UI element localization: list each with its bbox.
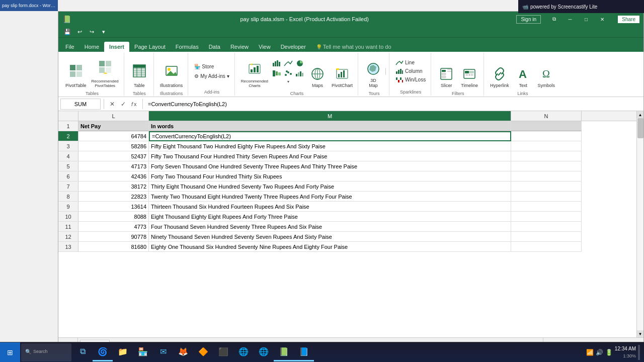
taskbar-firefox[interactable]: 🦊: [173, 343, 193, 361]
col-header-L[interactable]: L: [78, 111, 149, 121]
cell-N6[interactable]: [511, 171, 582, 182]
cell-N7[interactable]: [511, 182, 582, 192]
tray-show-desktop[interactable]: [638, 345, 640, 360]
taskbar-search[interactable]: 🔍 Search: [21, 343, 71, 361]
cell-L5[interactable]: 47173: [78, 161, 149, 171]
cell-N5[interactable]: [511, 161, 582, 171]
col-header-N[interactable]: N: [511, 111, 582, 121]
cell-L12[interactable]: 90778: [78, 232, 149, 242]
cell-M11[interactable]: Four Thousand Seven Hundred Seventy Thre…: [149, 222, 511, 232]
cell-L2[interactable]: 64784: [78, 131, 149, 141]
my-addins-button[interactable]: ⚙ My Add-ins ▾: [192, 72, 231, 80]
taskbar-vlc[interactable]: 🔶: [193, 343, 213, 361]
undo-qa-button[interactable]: ↩: [74, 27, 85, 37]
cell-L10[interactable]: 8088: [78, 212, 149, 222]
header-net-pay[interactable]: Net Pay: [78, 121, 149, 131]
header-in-words[interactable]: In words: [149, 121, 511, 131]
cell-L8[interactable]: 22823: [78, 192, 149, 202]
cell-N4[interactable]: [511, 151, 582, 161]
text-button[interactable]: A Text: [512, 54, 534, 89]
sparkline-column-button[interactable]: Column: [393, 67, 428, 75]
recommended-pivot-button[interactable]: ⭐ RecommendedPivotTables: [90, 54, 121, 89]
tab-insert[interactable]: Insert: [104, 42, 129, 52]
col-header-M[interactable]: M: [149, 111, 511, 121]
cell-M9[interactable]: Thirteen Thousand Six Hundred Fourteen R…: [149, 202, 511, 212]
cell-L9[interactable]: 13614: [78, 202, 149, 212]
signin-button[interactable]: Sign in: [516, 15, 541, 24]
pivot-chart-button[interactable]: PivotChart: [330, 54, 355, 89]
hierarchy-chart-button[interactable]: [271, 69, 282, 79]
cell-M5[interactable]: Forty Seven Thousand One Hundred Seventy…: [149, 161, 511, 171]
bar-chart-button[interactable]: [271, 59, 282, 69]
cell-N2[interactable]: [511, 131, 582, 141]
cell-M3[interactable]: Fifty Eight Thousand Two Hundred Eighty …: [149, 141, 511, 151]
taskbar-store[interactable]: 🏪: [133, 343, 153, 361]
cell-L3[interactable]: 58286: [78, 141, 149, 151]
tray-battery[interactable]: 🔋: [605, 349, 613, 356]
vertical-scrollbar[interactable]: ▲ ▼: [636, 111, 643, 337]
cell-N3[interactable]: [511, 141, 582, 151]
cell-L13[interactable]: 81680: [78, 242, 149, 252]
insert-function-button[interactable]: f x: [129, 99, 139, 109]
tab-formulas[interactable]: Formulas: [171, 42, 204, 52]
redo-qa-button[interactable]: ↪: [87, 27, 97, 37]
cell-L6[interactable]: 42436: [78, 171, 149, 182]
cell-N12[interactable]: [511, 232, 582, 242]
share-button[interactable]: Share: [618, 16, 639, 23]
symbols-button[interactable]: Ω Symbols: [535, 54, 557, 89]
scroll-down-button[interactable]: ▼: [637, 330, 644, 337]
taskbar-chrome1[interactable]: 🌐: [233, 343, 254, 361]
taskbar-edge[interactable]: 🌀: [93, 343, 113, 361]
chart-expand-btn[interactable]: ▾: [271, 79, 305, 84]
header-n[interactable]: [511, 121, 582, 131]
cell-M4[interactable]: Fifty Two Thousand Four Hundred Thirty S…: [149, 151, 511, 161]
cell-M12[interactable]: Ninety Thousand Seven Hundred Seventy Se…: [149, 232, 511, 242]
illustrations-button[interactable]: Illustrations: [158, 54, 185, 89]
restore-down-btn[interactable]: ⧉: [547, 14, 561, 25]
tray-network[interactable]: 📶: [586, 349, 594, 356]
waterfall-chart-button[interactable]: [294, 69, 305, 79]
save-qa-button[interactable]: 💾: [62, 27, 72, 37]
confirm-formula-button[interactable]: ✓: [118, 99, 128, 109]
slicer-button[interactable]: Slicer: [435, 54, 457, 89]
tab-page-layout[interactable]: Page Layout: [129, 42, 171, 52]
tab-data[interactable]: Data: [204, 42, 225, 52]
scroll-thumb[interactable]: [637, 118, 643, 138]
formula-input[interactable]: [146, 99, 641, 110]
sparkline-line-button[interactable]: Line: [393, 59, 428, 67]
taskbar-excel[interactable]: 📗: [274, 343, 294, 361]
cell-N13[interactable]: [511, 242, 582, 252]
scroll-up-button[interactable]: ▲: [637, 111, 644, 118]
tab-file[interactable]: File: [60, 42, 79, 52]
name-box[interactable]: [60, 99, 101, 110]
customize-qa-button[interactable]: ▾: [99, 27, 109, 37]
cell-N8[interactable]: [511, 192, 582, 202]
pie-chart-button[interactable]: [294, 59, 305, 69]
cell-M8[interactable]: Twenty Two Thousand Eight Hundred Twenty…: [149, 192, 511, 202]
tab-tell-me[interactable]: 💡 Tell me what you want to do: [311, 42, 396, 52]
start-button[interactable]: ⊞: [0, 342, 20, 363]
tray-sound[interactable]: 🔊: [596, 349, 603, 356]
taskbar-explorer[interactable]: 📁: [113, 343, 133, 361]
taskbar-chrome2[interactable]: 🌐: [254, 343, 274, 361]
recommended-charts-button[interactable]: RecommendedCharts: [239, 54, 270, 89]
maps-button[interactable]: Maps: [306, 54, 329, 89]
maximize-button[interactable]: □: [579, 14, 593, 25]
taskbar-unknown1[interactable]: ⬛: [213, 343, 233, 361]
sparkline-winloss-button[interactable]: Win/Loss: [393, 76, 428, 84]
pivot-table-button[interactable]: PivotTable: [63, 54, 89, 89]
cell-L7[interactable]: 38172: [78, 182, 149, 192]
minimize-button[interactable]: ─: [563, 14, 577, 25]
table-button[interactable]: Table: [128, 54, 150, 89]
cell-N9[interactable]: [511, 202, 582, 212]
tab-developer[interactable]: Developer: [276, 42, 311, 52]
timeline-button[interactable]: Timeline: [458, 54, 480, 89]
taskbar-task-view[interactable]: ⧉: [72, 343, 93, 361]
cell-M13[interactable]: Eighty One Thousand Six Hundred Seventy …: [149, 242, 511, 252]
cell-M10[interactable]: Eight Thousand Eighty Eight Rupees And F…: [149, 212, 511, 222]
3d-map-button[interactable]: 3DMap: [362, 54, 384, 89]
taskbar-word[interactable]: 📘: [294, 343, 314, 361]
tab-view[interactable]: View: [254, 42, 276, 52]
store-button[interactable]: 🏪 Store: [192, 63, 231, 70]
cell-M6[interactable]: Forty Two Thousand Four Hundred Thirty S…: [149, 171, 511, 182]
